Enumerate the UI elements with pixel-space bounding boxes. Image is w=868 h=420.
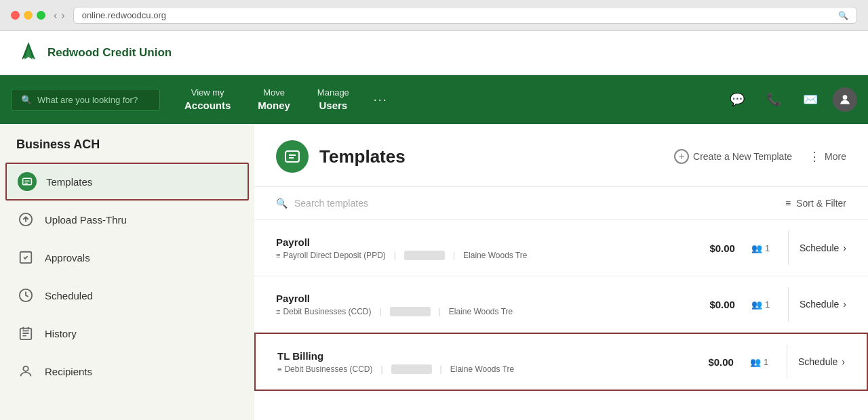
schedule-label: Schedule bbox=[798, 356, 837, 367]
list-icon: ≡ bbox=[276, 251, 280, 259]
meta-masked-account bbox=[391, 364, 432, 374]
scheduled-icon bbox=[16, 286, 35, 305]
nav-arrows: ‹ › bbox=[54, 9, 65, 22]
create-template-button[interactable]: + Create a New Template bbox=[674, 149, 792, 164]
address-text: online.redwoodcu.org bbox=[82, 10, 166, 20]
meta-masked-account bbox=[390, 307, 431, 316]
address-search-icon: 🔍 bbox=[838, 11, 848, 20]
users-icon: 👥 bbox=[751, 243, 762, 253]
template-amount: $0.00 bbox=[693, 356, 734, 368]
template-search-placeholder: Search templates bbox=[294, 198, 368, 209]
svg-point-8 bbox=[23, 366, 28, 371]
traffic-lights bbox=[11, 11, 45, 20]
nav-more-button[interactable]: ··· bbox=[363, 81, 399, 119]
sort-filter-button[interactable]: ≡ Sort & Filter bbox=[785, 198, 846, 209]
main-layout: Business ACH Templates Upload Pass-Thru bbox=[0, 124, 868, 420]
maximize-button[interactable] bbox=[37, 11, 45, 20]
template-users: 👥 1 bbox=[751, 299, 772, 310]
nav-money-bottom: Money bbox=[258, 99, 290, 112]
chat-icon-button[interactable]: 💬 bbox=[720, 85, 754, 114]
plus-icon: + bbox=[674, 149, 689, 164]
template-users: 👥 1 bbox=[750, 357, 770, 367]
history-icon bbox=[16, 324, 35, 343]
recipients-icon bbox=[16, 362, 35, 381]
content-title-area: Templates bbox=[276, 140, 406, 173]
content-page-title: Templates bbox=[319, 146, 406, 167]
more-options-button[interactable]: ⋮ More bbox=[808, 149, 846, 164]
header-actions: + Create a New Template ⋮ More bbox=[674, 149, 846, 164]
template-info: TL Billing ≡ Debit Businesses (CCD) | | … bbox=[277, 350, 693, 374]
chevron-right-icon: › bbox=[843, 299, 846, 310]
upload-icon bbox=[16, 210, 35, 229]
meta-user: Elaine Woods Tre bbox=[450, 364, 515, 374]
schedule-divider bbox=[788, 231, 789, 265]
nav-users-bottom: Users bbox=[317, 99, 349, 112]
user-avatar-button[interactable] bbox=[833, 87, 857, 112]
svg-rect-9 bbox=[285, 151, 299, 162]
template-info: Payroll ≡ Debit Businesses (CCD) | | Ela… bbox=[276, 293, 694, 316]
forward-button[interactable]: › bbox=[61, 9, 64, 22]
sidebar-history-label: History bbox=[45, 328, 77, 339]
sidebar: Business ACH Templates Upload Pass-Thru bbox=[0, 124, 254, 420]
content-header: Templates + Create a New Template ⋮ More bbox=[254, 124, 868, 187]
template-amount: $0.00 bbox=[694, 299, 735, 310]
sidebar-item-approvals[interactable]: Approvals bbox=[0, 238, 254, 276]
schedule-label: Schedule bbox=[800, 243, 839, 253]
filter-icon: ≡ bbox=[785, 198, 791, 209]
nav-search-input[interactable]: 🔍 What are you looking for? bbox=[11, 89, 160, 111]
more-label: More bbox=[825, 151, 846, 162]
schedule-button[interactable]: Schedule › bbox=[798, 356, 845, 367]
users-icon: 👥 bbox=[751, 299, 762, 310]
template-search-icon: 🔍 bbox=[276, 198, 288, 209]
minimize-button[interactable] bbox=[24, 11, 33, 20]
templates-icon bbox=[18, 172, 37, 191]
nav-bar: 🔍 What are you looking for? View my Acco… bbox=[0, 75, 868, 124]
nav-money-top: Move bbox=[258, 87, 290, 99]
create-label: Create a New Template bbox=[693, 151, 792, 162]
meta-type-text: Debit Businesses (CCD) bbox=[284, 364, 372, 374]
mail-icon-button[interactable]: ✉️ bbox=[793, 85, 827, 114]
nav-item-users[interactable]: Manage Users bbox=[304, 75, 363, 124]
meta-user: Elaine Woods Tre bbox=[449, 307, 513, 316]
close-button[interactable] bbox=[11, 11, 20, 20]
template-meta: ≡ Payroll Direct Deposit (PPD) | | Elain… bbox=[276, 251, 694, 260]
more-dots-icon: ⋮ bbox=[808, 149, 821, 164]
sidebar-item-history[interactable]: History bbox=[0, 314, 254, 352]
sidebar-scheduled-label: Scheduled bbox=[45, 290, 93, 301]
chevron-right-icon: › bbox=[843, 243, 846, 253]
sidebar-item-recipients[interactable]: Recipients bbox=[0, 352, 254, 390]
user-count: 1 bbox=[764, 357, 768, 367]
schedule-label: Schedule bbox=[800, 299, 839, 310]
schedule-button[interactable]: Schedule › bbox=[800, 243, 846, 253]
address-bar[interactable]: online.redwoodcu.org 🔍 bbox=[73, 7, 857, 24]
sidebar-item-upload[interactable]: Upload Pass-Thru bbox=[0, 201, 254, 238]
sidebar-item-scheduled[interactable]: Scheduled bbox=[0, 276, 254, 314]
user-count: 1 bbox=[765, 243, 770, 253]
sidebar-recipients-label: Recipients bbox=[45, 366, 92, 377]
template-amount: $0.00 bbox=[694, 243, 735, 254]
browser-chrome: ‹ › online.redwoodcu.org 🔍 bbox=[0, 0, 868, 31]
nav-icons: 💬 📞 ✉️ bbox=[720, 85, 857, 114]
svg-point-2 bbox=[843, 96, 848, 100]
app-header: Redwood Credit Union bbox=[0, 31, 868, 75]
sidebar-item-templates[interactable]: Templates bbox=[5, 163, 249, 201]
meta-type: ≡ Payroll Direct Deposit (PPD) bbox=[276, 251, 386, 260]
schedule-divider bbox=[787, 345, 787, 379]
sidebar-title: Business ACH bbox=[0, 138, 254, 163]
nav-item-accounts[interactable]: View my Accounts bbox=[171, 75, 244, 124]
meta-user: Elaine Woods Tre bbox=[463, 251, 528, 260]
phone-icon-button[interactable]: 📞 bbox=[757, 85, 791, 114]
template-search[interactable]: 🔍 Search templates bbox=[276, 198, 785, 209]
meta-masked-account bbox=[404, 251, 445, 260]
template-row: Payroll ≡ Debit Businesses (CCD) | | Ela… bbox=[254, 276, 868, 333]
back-button[interactable]: ‹ bbox=[54, 9, 57, 22]
svg-rect-3 bbox=[23, 179, 32, 186]
schedule-button[interactable]: Schedule › bbox=[800, 299, 846, 310]
sort-filter-label: Sort & Filter bbox=[796, 198, 846, 209]
nav-item-money[interactable]: Move Money bbox=[244, 75, 304, 124]
template-meta: ≡ Debit Businesses (CCD) | | Elaine Wood… bbox=[277, 364, 693, 374]
users-icon: 👥 bbox=[750, 357, 761, 367]
sidebar-upload-label: Upload Pass-Thru bbox=[45, 214, 127, 226]
meta-type: ≡ Debit Businesses (CCD) bbox=[277, 364, 372, 374]
meta-type-text: Payroll Direct Deposit (PPD) bbox=[283, 251, 385, 260]
